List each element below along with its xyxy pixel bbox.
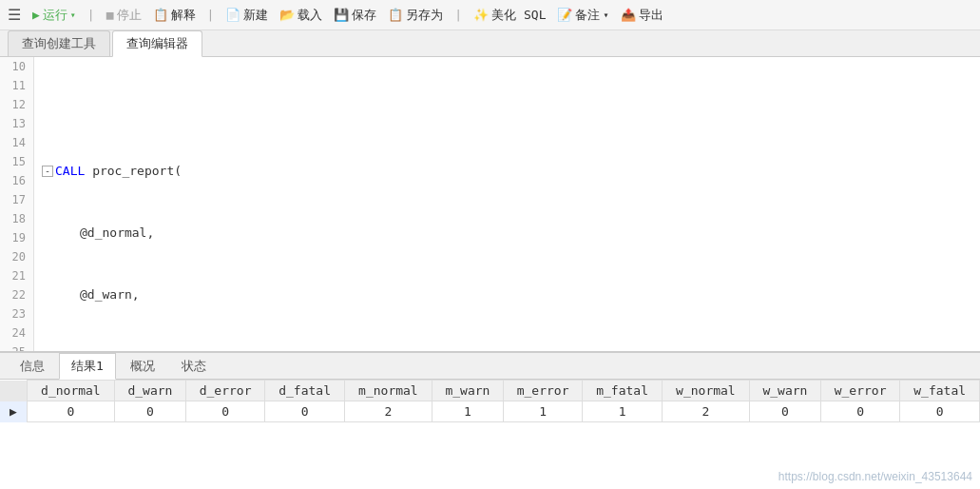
table-header-row: d_normal d_warn d_error d_fatal m_normal… bbox=[0, 381, 980, 401]
save-as-button[interactable]: 📋 另存为 bbox=[388, 7, 443, 24]
code-line-12: @d_normal, bbox=[42, 224, 972, 243]
keyword-call: CALL bbox=[55, 162, 85, 181]
table-row: ▶ 0 0 0 0 2 1 1 1 2 0 0 0 bbox=[0, 401, 980, 422]
code-line-13: @d_warn, bbox=[42, 285, 972, 304]
export-label: 导出 bbox=[639, 7, 663, 24]
cell-m_warn: 1 bbox=[432, 401, 503, 422]
comment-button[interactable]: 📝 备注 ▾ bbox=[557, 7, 608, 24]
load-icon: 📂 bbox=[279, 8, 295, 22]
load-label: 载入 bbox=[298, 7, 322, 24]
stop-label: 停止 bbox=[117, 7, 142, 24]
save-as-icon: 📋 bbox=[388, 8, 403, 22]
code-content[interactable]: - CALL proc_report( @d_normal, @d_warn, … bbox=[34, 57, 980, 351]
cell-w_fatal: 0 bbox=[900, 401, 980, 422]
fold-icon-11[interactable]: - bbox=[42, 166, 53, 177]
comment-dropdown-icon[interactable]: ▾ bbox=[603, 10, 608, 20]
col-header-w_error: w_error bbox=[820, 381, 900, 401]
tab-query-editor[interactable]: 查询编辑器 bbox=[112, 30, 202, 57]
cell-d_warn: 0 bbox=[114, 401, 185, 422]
cell-w_error: 0 bbox=[820, 401, 900, 422]
menu-icon[interactable]: ☰ bbox=[8, 6, 21, 24]
beautify-label: 美化 SQL bbox=[491, 7, 546, 24]
col-header-d_error: d_error bbox=[185, 381, 265, 401]
beautify-button[interactable]: ✨ 美化 SQL bbox=[473, 7, 546, 24]
save-button[interactable]: 💾 保存 bbox=[334, 7, 376, 24]
new-button[interactable]: 📄 新建 bbox=[225, 7, 268, 24]
query-tabs-bar: 查询创建工具 查询编辑器 bbox=[0, 30, 980, 57]
cell-m_normal: 2 bbox=[344, 401, 432, 422]
stop-icon: ■ bbox=[106, 8, 114, 22]
col-header-m_error: m_error bbox=[503, 381, 583, 401]
new-icon: 📄 bbox=[225, 8, 240, 22]
col-header-d_fatal: d_fatal bbox=[265, 381, 345, 401]
code-line-14: @d_error, bbox=[42, 347, 972, 351]
line-numbers: 10 11 12 13 14 15 16 17 18 19 20 21 22 2… bbox=[0, 57, 34, 351]
tab-overview[interactable]: 概况 bbox=[118, 353, 167, 379]
export-icon: 📤 bbox=[621, 8, 636, 22]
new-label: 新建 bbox=[243, 7, 268, 24]
cell-w_warn: 0 bbox=[749, 401, 820, 422]
separator-2: | bbox=[207, 8, 215, 22]
cell-d_normal: 0 bbox=[27, 401, 114, 422]
beautify-icon: ✨ bbox=[473, 8, 489, 22]
cell-w_normal: 2 bbox=[662, 401, 749, 422]
tab-result1[interactable]: 结果1 bbox=[59, 353, 116, 380]
toolbar: ☰ ▶ 运行 ▾ | ■ 停止 📋 解释 | 📄 新建 📂 载入 💾 保存 bbox=[0, 0, 980, 30]
col-header-d_warn: d_warn bbox=[114, 381, 185, 401]
run-dropdown-icon[interactable]: ▾ bbox=[70, 10, 76, 20]
explain-button[interactable]: 📋 解释 bbox=[153, 7, 196, 24]
col-header-w_warn: w_warn bbox=[749, 381, 820, 401]
run-icon: ▶ bbox=[32, 8, 40, 22]
run-label: 运行 bbox=[43, 7, 67, 24]
save-label: 保存 bbox=[352, 7, 376, 24]
comment-icon: 📝 bbox=[557, 8, 572, 22]
watermark: https://blog.csdn.net/weixin_43513644 bbox=[778, 470, 972, 483]
col-header-m_fatal: m_fatal bbox=[583, 381, 663, 401]
row-indicator: ▶ bbox=[0, 401, 27, 422]
tab-query-builder[interactable]: 查询创建工具 bbox=[8, 30, 110, 56]
code-line-11: - CALL proc_report( bbox=[42, 162, 972, 181]
app-container: ☰ ▶ 运行 ▾ | ■ 停止 📋 解释 | 📄 新建 📂 载入 💾 保存 bbox=[0, 0, 980, 489]
results-table: d_normal d_warn d_error d_fatal m_normal… bbox=[0, 380, 980, 422]
explain-icon: 📋 bbox=[153, 8, 168, 22]
tab-info[interactable]: 信息 bbox=[8, 353, 57, 379]
col-header-w_normal: w_normal bbox=[662, 381, 749, 401]
cell-d_error: 0 bbox=[185, 401, 265, 422]
stop-button[interactable]: ■ 停止 bbox=[106, 7, 142, 24]
separator-1: | bbox=[87, 8, 95, 22]
col-header-m_warn: m_warn bbox=[432, 381, 503, 401]
tab-status[interactable]: 状态 bbox=[169, 353, 219, 379]
separator-3: | bbox=[454, 8, 462, 22]
save-icon: 💾 bbox=[334, 8, 349, 22]
result-tabs-bar: 信息 结果1 概况 状态 bbox=[0, 353, 980, 380]
cell-d_fatal: 0 bbox=[265, 401, 345, 422]
bottom-panel: 信息 结果1 概况 状态 d_normal d_warn d_erro bbox=[0, 352, 980, 485]
export-button[interactable]: 📤 导出 bbox=[621, 7, 663, 24]
comment-label: 备注 bbox=[575, 7, 600, 24]
cell-m_error: 1 bbox=[503, 401, 583, 422]
explain-label: 解释 bbox=[171, 7, 196, 24]
code-line-10 bbox=[42, 100, 972, 119]
cell-m_fatal: 1 bbox=[583, 401, 663, 422]
col-header-w_fatal: w_fatal bbox=[900, 381, 980, 401]
run-button[interactable]: ▶ 运行 ▾ bbox=[32, 7, 76, 24]
load-button[interactable]: 📂 载入 bbox=[279, 7, 322, 24]
save-as-label: 另存为 bbox=[406, 7, 443, 24]
col-header-m_normal: m_normal bbox=[344, 381, 432, 401]
col-header-d_normal: d_normal bbox=[27, 381, 114, 401]
code-editor[interactable]: 10 11 12 13 14 15 16 17 18 19 20 21 22 2… bbox=[0, 57, 980, 352]
